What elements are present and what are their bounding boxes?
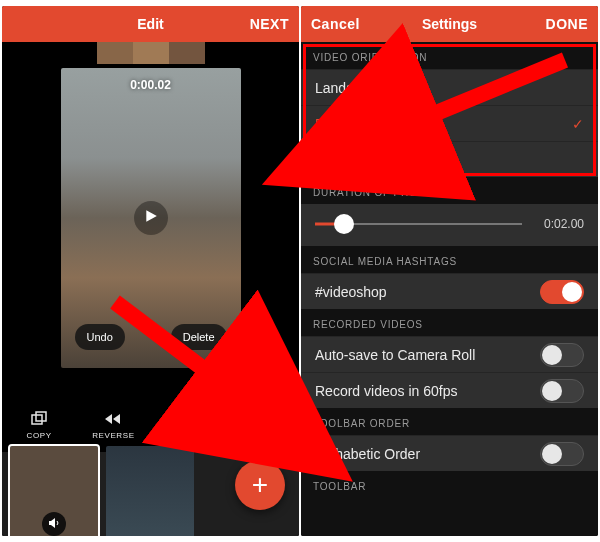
mute-button[interactable] [42,512,66,536]
section-recorded: RECORDED VIDEOS [301,309,598,336]
svg-rect-0 [32,415,42,424]
toggle-knob [542,345,562,365]
add-clip-button[interactable]: + [235,460,285,510]
row-label: Alphabetic Order [315,446,420,462]
undo-button[interactable]: Undo [75,324,125,350]
edit-title: Edit [137,16,163,32]
timeline-filmstrip[interactable] [97,42,205,64]
orientation-portrait[interactable]: Portrait ✓ [301,105,598,141]
tool-display-label: DISPLAY [169,431,206,440]
undo-label: Undo [87,331,113,343]
tool-settings-label: SETTINGS [239,431,284,440]
section-toolbar: TOOLBAR [301,471,598,498]
row-label: #videoshop [315,284,387,300]
clip-tray: + [2,452,299,536]
preview-time: 0:00.02 [130,78,171,92]
reverse-icon [103,411,123,427]
sixtyfps-row[interactable]: Record videos in 60fps [301,372,598,408]
row-label: Square [315,152,360,168]
tool-settings[interactable]: SETTINGS [225,398,299,452]
edit-screen: Edit NEXT 0:00.02 Undo Delete [2,6,299,536]
copy-icon [29,411,49,427]
orientation-landscape[interactable]: Landscape [301,69,598,105]
row-label: Portrait [315,116,360,132]
cancel-button[interactable]: Cancel [311,16,365,32]
display-icon [178,411,198,427]
fullscreen-button[interactable] [253,342,287,376]
edit-header: Edit NEXT [2,6,299,42]
speaker-icon [48,515,60,533]
autosave-toggle[interactable] [540,343,584,367]
toolbar-order-row[interactable]: Alphabetic Order [301,435,598,471]
hashtag-row[interactable]: #videoshop [301,273,598,309]
duration-slider-row: 0:02.00 [301,204,598,246]
settings-header: Cancel Settings DONE [301,6,598,42]
delete-button[interactable]: Delete [171,324,227,350]
tool-display[interactable]: DISPLAY [151,398,225,452]
toggle-knob [542,444,562,464]
gear-icon [252,411,272,427]
edit-toolbar: COPY REVERSE DISPLAY SETTINGS [2,398,299,452]
video-preview[interactable]: 0:00.02 Undo Delete [61,68,241,368]
svg-rect-1 [36,412,46,421]
section-toolbar-order: TOOLBAR ORDER [301,408,598,435]
filmstrip-frame [133,42,169,64]
done-button[interactable]: DONE [534,16,588,32]
autosave-row[interactable]: Auto-save to Camera Roll [301,336,598,372]
toolbar-order-toggle[interactable] [540,442,584,466]
fullscreen-icon [263,350,277,368]
slider-knob[interactable] [334,214,354,234]
section-duration: DURATION OF PHOTO SLIDE [301,177,598,204]
play-icon [144,209,158,227]
svg-point-5 [259,416,265,422]
duration-slider[interactable] [315,214,522,234]
toggle-knob [542,381,562,401]
orientation-square[interactable]: Square [301,141,598,177]
next-button[interactable]: NEXT [235,16,289,32]
tool-reverse-label: REVERSE [92,431,134,440]
svg-point-3 [191,417,194,420]
row-label: Landscape [315,80,384,96]
toggle-knob [562,282,582,302]
row-label: Auto-save to Camera Roll [315,347,475,363]
edit-body: 0:00.02 Undo Delete COPY [2,42,299,536]
svg-point-4 [180,421,183,424]
play-button[interactable] [134,201,168,235]
filmstrip-frame [169,42,205,64]
settings-title: Settings [422,16,477,32]
check-icon: ✓ [572,116,584,132]
settings-list[interactable]: VIDEO ORIENTATION Landscape Portrait ✓ S… [301,42,598,536]
delete-label: Delete [183,331,215,343]
settings-screen: Cancel Settings DONE VIDEO ORIENTATION L… [301,6,598,536]
section-orientation: VIDEO ORIENTATION [301,42,598,69]
section-hashtags: SOCIAL MEDIA HASHTAGS [301,246,598,273]
hashtag-toggle[interactable] [540,280,584,304]
tool-reverse[interactable]: REVERSE [76,398,150,452]
duration-value: 0:02.00 [532,217,584,231]
svg-point-2 [180,413,183,416]
tool-copy[interactable]: COPY [2,398,76,452]
clip-thumb[interactable] [10,446,98,536]
row-label: Record videos in 60fps [315,383,457,399]
plus-icon: + [252,469,268,501]
tool-copy-label: COPY [27,431,52,440]
sixtyfps-toggle[interactable] [540,379,584,403]
filmstrip-frame [97,42,133,64]
clip-thumb[interactable] [106,446,194,536]
